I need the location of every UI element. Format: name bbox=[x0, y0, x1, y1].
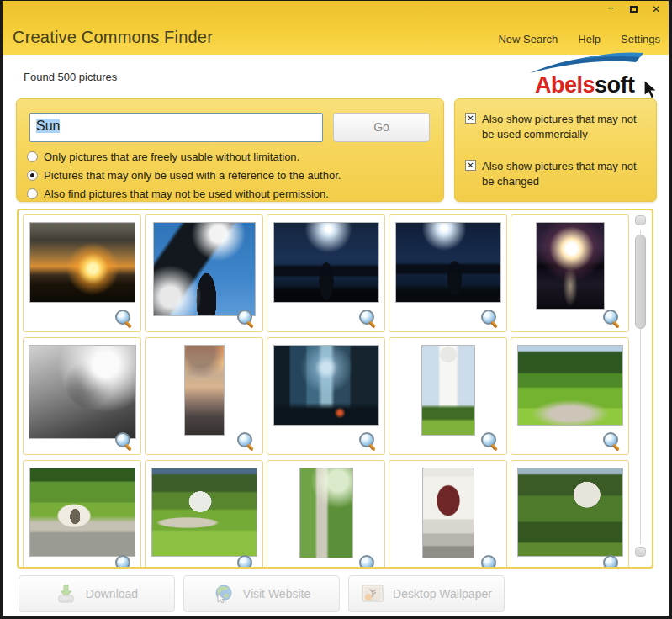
thumbnail-card[interactable] bbox=[23, 214, 141, 332]
thumbnail-card[interactable] bbox=[511, 460, 629, 569]
thumbnail-image bbox=[29, 468, 135, 557]
desktop-wallpaper-button[interactable]: Desktop Wallpaper bbox=[348, 575, 505, 612]
scroll-up-button[interactable] bbox=[635, 215, 646, 225]
radio-selected-icon bbox=[27, 170, 38, 181]
selected-text: Sun bbox=[36, 119, 60, 133]
visit-website-button[interactable]: Visit Website bbox=[183, 575, 340, 612]
menu-item-help[interactable]: Help bbox=[578, 33, 601, 45]
thumbnail-card[interactable] bbox=[23, 337, 141, 455]
app-window: – ✕ Creative Commons Finder New Search H… bbox=[0, 0, 672, 619]
thumbnail-image bbox=[517, 345, 623, 426]
thumbnail-card[interactable] bbox=[389, 337, 507, 455]
thumbnail-image bbox=[536, 222, 605, 310]
search-panel: Sun Go Only pictures that are freely usa… bbox=[16, 98, 444, 202]
minimize-icon: – bbox=[608, 3, 614, 13]
thumbnail-card[interactable] bbox=[267, 460, 385, 569]
thumbnail-image bbox=[273, 345, 379, 426]
abelssoft-logo: Abelssoft bbox=[516, 51, 661, 100]
thumbnail-card[interactable] bbox=[267, 337, 385, 455]
thumbnail-card[interactable] bbox=[267, 214, 385, 332]
magnifier-icon[interactable] bbox=[359, 432, 377, 450]
magnifier-icon[interactable] bbox=[359, 310, 377, 327]
thumbnail-image bbox=[421, 345, 475, 436]
thumbnail-card[interactable] bbox=[145, 214, 263, 332]
page-title: Creative Commons Finder bbox=[13, 28, 213, 47]
scroll-down-button[interactable] bbox=[635, 547, 646, 557]
thumbnail-image bbox=[153, 222, 256, 316]
checkbox-checked-icon: ✕ bbox=[465, 160, 476, 171]
thumbnail-image bbox=[29, 222, 135, 303]
logo-text: Abelssoft bbox=[535, 72, 635, 98]
thumbnail-image bbox=[299, 468, 353, 558]
thumbnail-image bbox=[395, 222, 501, 303]
results-container bbox=[17, 209, 653, 569]
thumbnail-card[interactable] bbox=[23, 460, 141, 569]
action-bar: Download Visit Website bbox=[19, 575, 505, 612]
thumbnail-card[interactable] bbox=[389, 460, 507, 569]
magnifier-icon[interactable] bbox=[237, 432, 255, 450]
radio-icon bbox=[27, 188, 38, 199]
magnifier-icon[interactable] bbox=[115, 310, 133, 327]
thumbnail-card[interactable] bbox=[511, 214, 629, 332]
logo-swoosh-icon bbox=[528, 51, 644, 75]
filter-noncommercial-checkbox[interactable]: ✕ Also show pictures that may not be use… bbox=[465, 112, 648, 141]
thumbnail-image bbox=[422, 468, 474, 558]
menu-item-new-search[interactable]: New Search bbox=[498, 33, 558, 45]
thumbnail-card[interactable] bbox=[145, 337, 263, 455]
magnifier-icon[interactable] bbox=[481, 555, 499, 569]
magnifier-icon[interactable] bbox=[359, 555, 377, 569]
magnifier-icon[interactable] bbox=[603, 432, 621, 450]
magnifier-icon[interactable] bbox=[115, 555, 133, 569]
radio-icon bbox=[27, 151, 38, 162]
magnifier-icon[interactable] bbox=[603, 310, 621, 327]
thumbnail-image bbox=[517, 468, 623, 557]
thumbnail-image bbox=[273, 222, 379, 303]
magnifier-icon[interactable] bbox=[237, 555, 255, 569]
scrollbar-thumb[interactable] bbox=[635, 235, 646, 329]
go-button[interactable]: Go bbox=[333, 113, 430, 142]
close-button[interactable]: ✕ bbox=[650, 3, 662, 15]
license-option-free[interactable]: Only pictures that are freely usable wit… bbox=[27, 151, 299, 163]
download-button[interactable]: Download bbox=[19, 575, 175, 612]
thumbnail-card[interactable] bbox=[145, 460, 263, 569]
thumbnail-image bbox=[184, 345, 225, 436]
magnifier-icon[interactable] bbox=[481, 310, 499, 327]
thumbnail-grid bbox=[23, 214, 629, 569]
wallpaper-icon bbox=[361, 584, 384, 604]
checkbox-checked-icon: ✕ bbox=[465, 113, 476, 124]
magnifier-icon[interactable] bbox=[603, 555, 621, 569]
filter-nochange-checkbox[interactable]: ✕ Also show pictures that may not be cha… bbox=[465, 159, 648, 188]
thumbnail-image bbox=[151, 468, 257, 557]
thumbnail-image bbox=[29, 345, 136, 439]
license-option-attribution[interactable]: Pictures that may only be used with a re… bbox=[27, 169, 341, 182]
magnifier-icon[interactable] bbox=[481, 432, 499, 450]
download-icon bbox=[56, 583, 77, 605]
globe-icon bbox=[213, 583, 235, 605]
cursor-arrow-icon bbox=[643, 80, 659, 100]
search-input[interactable]: Sun bbox=[29, 113, 323, 142]
maximize-button[interactable] bbox=[627, 3, 639, 15]
filter-panel: ✕ Also show pictures that may not be use… bbox=[454, 98, 657, 202]
header-menu: New Search Help Settings bbox=[498, 33, 660, 45]
thumbnail-card[interactable] bbox=[511, 337, 629, 455]
scrollbar[interactable] bbox=[633, 214, 648, 563]
menu-item-settings[interactable]: Settings bbox=[621, 33, 660, 45]
minimize-button[interactable]: – bbox=[605, 3, 616, 15]
license-option-no-permission[interactable]: Also find pictures that may not be used … bbox=[27, 188, 329, 200]
magnifier-icon[interactable] bbox=[237, 310, 255, 327]
magnifier-icon[interactable] bbox=[115, 432, 133, 450]
results-summary: Found 500 pictures bbox=[24, 71, 117, 83]
close-icon: ✕ bbox=[652, 4, 660, 14]
maximize-icon bbox=[630, 6, 638, 13]
thumbnail-card[interactable] bbox=[389, 214, 507, 332]
title-bar: – ✕ Creative Commons Finder New Search H… bbox=[3, 1, 669, 55]
window-controls: – ✕ bbox=[605, 3, 662, 15]
